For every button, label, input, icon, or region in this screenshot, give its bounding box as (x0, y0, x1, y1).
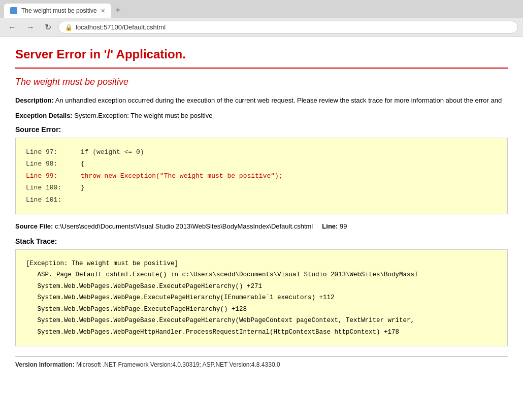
code-line-99-label: Line 99: (26, 170, 77, 182)
section-divider (15, 68, 508, 69)
tab-close-button[interactable]: × (101, 7, 105, 15)
source-file-label: Source File: (15, 222, 53, 230)
code-line-100-label: Line 100: (26, 182, 77, 193)
tab-favicon (10, 7, 17, 14)
source-file-line: Source File: c:\Users\scedd\Documents\Vi… (15, 222, 508, 230)
code-line-99: Line 99: throw new Exception("The weight… (26, 170, 497, 182)
stack-line-6: System.Web.WebPages.WebPageHttpHandler.P… (26, 327, 497, 338)
page-content: Server Error in '/' Application. The wei… (0, 37, 523, 378)
browser-chrome: The weight must be positive × + ← → ↻ 🔒 … (0, 0, 523, 37)
stack-trace-label: Stack Trace: (15, 237, 508, 245)
code-line-101: Line 101: (26, 194, 497, 206)
version-label: Version Information: (15, 361, 75, 368)
line-number: 99 (340, 222, 347, 230)
stack-trace-box: [Exception: The weight must be positive]… (15, 249, 508, 347)
refresh-button[interactable]: ↻ (42, 21, 54, 33)
stack-line-1: ASP._Page_Default_cshtml.Execute() in c:… (26, 269, 497, 281)
stack-line-2: System.Web.WebPages.WebPageBase.ExecuteP… (26, 281, 497, 293)
version-bar: Version Information: Microsoft .NET Fram… (15, 357, 508, 368)
source-error-box: Line 97: if (weight <= 0) Line 98: { Lin… (15, 138, 508, 214)
exception-details-text: System.Exception: The weight must be pos… (74, 112, 212, 119)
line-label: Line: (322, 222, 338, 230)
back-button[interactable]: ← (5, 22, 19, 33)
address-bar: ← → ↻ 🔒 localhost:57100/Default.cshtml (0, 18, 523, 37)
code-line-101-label: Line 101: (26, 194, 77, 206)
tab-title: The weight must be positive (21, 7, 97, 14)
exception-details-label: Exception Details: (15, 112, 73, 119)
version-text: Microsoft .NET Framework Version:4.0.303… (76, 361, 280, 368)
stack-line-3: System.Web.WebPages.WebPage.ExecutePageH… (26, 292, 497, 304)
code-line-98-label: Line 98: (26, 158, 77, 170)
address-url: localhost:57100/Default.cshtml (76, 23, 166, 31)
address-input[interactable]: 🔒 localhost:57100/Default.cshtml (58, 21, 518, 34)
code-line-97-code: if (weight <= 0) (81, 148, 144, 156)
code-line-97: Line 97: if (weight <= 0) (26, 146, 497, 158)
stack-line-4: System.Web.WebPages.WebPage.ExecutePageH… (26, 304, 497, 315)
description-text: An unhandled exception occurred during t… (55, 96, 502, 104)
code-line-100: Line 100: } (26, 182, 497, 193)
exception-details-line: Exception Details: System.Exception: The… (15, 111, 508, 121)
exception-title: The weight must be positive (15, 77, 508, 87)
stack-line-0: [Exception: The weight must be positive] (26, 258, 497, 270)
new-tab-button[interactable]: + (111, 3, 125, 18)
code-line-99-code: throw new Exception("The weight must be … (81, 172, 283, 180)
code-line-100-code: } (81, 184, 85, 191)
code-line-98: Line 98: { (26, 158, 497, 170)
description-label: Description: (15, 96, 54, 104)
forward-button[interactable]: → (23, 22, 38, 33)
source-file-path: c:\Users\scedd\Documents\Visual Studio 2… (55, 222, 313, 230)
code-line-97-label: Line 97: (26, 146, 77, 158)
source-error-label: Source Error: (15, 125, 508, 134)
code-line-98-code: { (81, 160, 85, 168)
description-line: Description: An unhandled exception occu… (15, 95, 508, 106)
main-heading: Server Error in '/' Application. (15, 47, 508, 61)
tab-bar: The weight must be positive × + (0, 0, 523, 18)
stack-line-5: System.Web.WebPages.WebPageBase.ExecuteP… (26, 315, 497, 327)
address-security-icon: 🔒 (65, 24, 73, 31)
active-tab[interactable]: The weight must be positive × (4, 4, 111, 18)
